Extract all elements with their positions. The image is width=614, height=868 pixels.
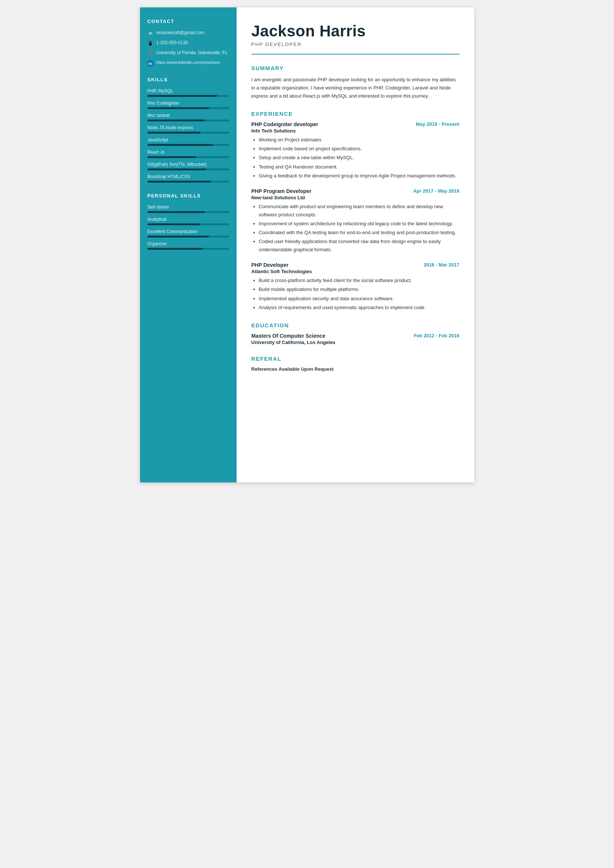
edu-info: Masters Of Computer Science University o… bbox=[252, 333, 336, 345]
exp-bullet: Improvement of system architecture by re… bbox=[259, 220, 460, 228]
skill-label: PHP, MySQL bbox=[148, 88, 229, 93]
exp-role: PHP Developer bbox=[252, 262, 289, 268]
exp-company: New-land Solutions Ltd bbox=[252, 195, 460, 200]
candidate-name: Jackson Harris bbox=[252, 22, 460, 40]
exp-bullet: Giving a feedback to the development gro… bbox=[259, 172, 460, 180]
personal-skill-bar-bg bbox=[148, 236, 229, 237]
candidate-title: PHP DEVELOPER bbox=[252, 42, 460, 47]
skill-label: React Js bbox=[148, 150, 229, 155]
edu-date: Feb 2012 - Feb 2016 bbox=[414, 333, 460, 338]
contact-phone: 📱 1-202-555-0130 bbox=[148, 40, 229, 46]
personal-skill-label: Self-starter bbox=[148, 205, 229, 210]
exp-bullet: Setup and create a new table within MySQ… bbox=[259, 153, 460, 162]
skill-item: JavaScript bbox=[148, 137, 229, 146]
personal-skill-item: Analytical bbox=[148, 217, 229, 225]
phone-text: 1-202-555-0130 bbox=[156, 40, 188, 45]
contact-email: ✉ resumekraft@gmail.com bbox=[148, 30, 229, 36]
referal-title: REFERAL bbox=[252, 355, 460, 362]
exp-bullet: Implemented application security and dat… bbox=[259, 294, 460, 303]
exp-bullets: Communicate with product and engineering… bbox=[252, 203, 460, 254]
summary-section: SUMMARY I am energetic and passionate PH… bbox=[252, 65, 460, 100]
skill-bar-bg bbox=[148, 181, 229, 183]
personal-skill-bar-fill bbox=[148, 211, 205, 213]
exp-header: PHP Codeigniter developer May 2018 - Pre… bbox=[252, 121, 460, 127]
skill-bar-fill bbox=[148, 132, 201, 133]
phone-icon: 📱 bbox=[148, 40, 154, 46]
experience-entry: PHP Program Developer Apr 2017 - May 201… bbox=[252, 188, 460, 254]
contact-section: CONTACT ✉ resumekraft@gmail.com 📱 1-202-… bbox=[148, 19, 229, 67]
edu-degree: Masters Of Computer Science bbox=[252, 333, 336, 339]
email-text: resumekraft@gmail.com bbox=[156, 30, 205, 35]
linkedin-icon: in bbox=[148, 60, 154, 67]
exp-header: PHP Program Developer Apr 2017 - May 201… bbox=[252, 188, 460, 194]
personal-skill-label: Excellent Communication bbox=[148, 229, 229, 234]
skill-bar-fill bbox=[148, 119, 205, 121]
exp-date: 2016 - Mar 2017 bbox=[423, 262, 459, 268]
exp-bullet: Coordinated with the QA testing team for… bbox=[259, 229, 460, 237]
exp-bullet: Build a cross-platform activity feed cli… bbox=[259, 276, 460, 285]
edu-school: University of California, Los Angeles bbox=[252, 339, 336, 345]
education-entry: Masters Of Computer Science University o… bbox=[252, 333, 460, 345]
contact-title: CONTACT bbox=[148, 19, 229, 25]
main-content: Jackson Harris PHP DEVELOPER SUMMARY I a… bbox=[236, 8, 474, 482]
skill-bar-bg bbox=[148, 95, 229, 97]
skill-label: Git(github) Svn(Tfs, bitbucket) bbox=[148, 162, 229, 167]
skill-bar-fill bbox=[148, 107, 209, 109]
exp-bullet: Analysis of requirements and used system… bbox=[259, 304, 460, 312]
skill-bar-fill bbox=[148, 169, 206, 170]
skill-label: Node JS,Node express bbox=[148, 125, 229, 130]
personal-skills-section: PERSONAL SKILLS Self-starter Analytical … bbox=[148, 193, 229, 250]
email-icon: ✉ bbox=[148, 30, 154, 36]
personal-skills-list: Self-starter Analytical Excellent Commun… bbox=[148, 205, 229, 250]
education-title: EDUCATION bbox=[252, 322, 460, 329]
skill-bar-fill bbox=[148, 144, 213, 146]
address-text: University of Florida, Gainesville, FL bbox=[156, 50, 228, 55]
exp-date: Apr 2017 - May 2018 bbox=[413, 188, 459, 194]
skill-item: Node JS,Node express bbox=[148, 125, 229, 133]
education-section: EDUCATION Masters Of Computer Science Un… bbox=[252, 322, 460, 345]
skills-list: PHP, MySQL Mvc Codeigniter Mvc laravel N… bbox=[148, 88, 229, 183]
exp-bullet: Implement code based on project specific… bbox=[259, 145, 460, 153]
referal-section: REFERAL References Available Upon Reques… bbox=[252, 355, 460, 372]
personal-skill-bar-fill bbox=[148, 248, 203, 250]
skill-bar-bg bbox=[148, 144, 229, 146]
skill-item: PHP, MySQL bbox=[148, 88, 229, 97]
exp-date: May 2018 - Present bbox=[416, 121, 459, 127]
linkedin-text: https://www.linkedin.com/in/jackson bbox=[156, 60, 220, 65]
education-list: Masters Of Computer Science University o… bbox=[252, 333, 460, 345]
experience-title: EXPERIENCE bbox=[252, 111, 460, 117]
skill-item: Git(github) Svn(Tfs, bitbucket) bbox=[148, 162, 229, 170]
skill-bar-bg bbox=[148, 119, 229, 121]
skill-bar-fill bbox=[148, 181, 211, 183]
skill-bar-fill bbox=[148, 95, 217, 97]
exp-bullet: Testing and QA Handover document. bbox=[259, 163, 460, 171]
resume-container: CONTACT ✉ resumekraft@gmail.com 📱 1-202-… bbox=[140, 8, 474, 482]
exp-header: PHP Developer 2016 - Mar 2017 bbox=[252, 262, 460, 268]
location-icon: 📍 bbox=[148, 50, 154, 56]
skill-label: Bootstrap HTML/CSS bbox=[148, 174, 229, 179]
skill-bar-bg bbox=[148, 169, 229, 170]
experience-section: EXPERIENCE PHP Codeigniter developer May… bbox=[252, 111, 460, 312]
skill-label: Mvc laravel bbox=[148, 113, 229, 118]
skill-item: Bootstrap HTML/CSS bbox=[148, 174, 229, 183]
skill-label: Mvc Codeigniter bbox=[148, 101, 229, 106]
exp-bullet: Build mobile applications for multiple p… bbox=[259, 285, 460, 293]
personal-skill-bar-fill bbox=[148, 223, 201, 225]
exp-role: PHP Program Developer bbox=[252, 188, 312, 194]
header: Jackson Harris PHP DEVELOPER bbox=[252, 22, 460, 54]
skill-bar-bg bbox=[148, 107, 229, 109]
personal-skill-bar-bg bbox=[148, 223, 229, 225]
exp-bullets: Build a cross-platform activity feed cli… bbox=[252, 276, 460, 312]
personal-skill-label: Organizer bbox=[148, 241, 229, 246]
exp-company: Info Tech Solutions bbox=[252, 128, 460, 133]
personal-skill-bar-bg bbox=[148, 211, 229, 213]
skill-item: Mvc Codeigniter bbox=[148, 101, 229, 109]
skills-title: SKILLS bbox=[148, 77, 229, 83]
skill-bar-bg bbox=[148, 156, 229, 158]
personal-skill-item: Organizer bbox=[148, 241, 229, 250]
personal-skill-item: Self-starter bbox=[148, 205, 229, 213]
skill-bar-bg bbox=[148, 132, 229, 133]
exp-bullets: Working on Project estimatesImplement co… bbox=[252, 136, 460, 180]
header-divider bbox=[252, 54, 460, 54]
referal-text: References Available Upon Request bbox=[252, 366, 460, 372]
